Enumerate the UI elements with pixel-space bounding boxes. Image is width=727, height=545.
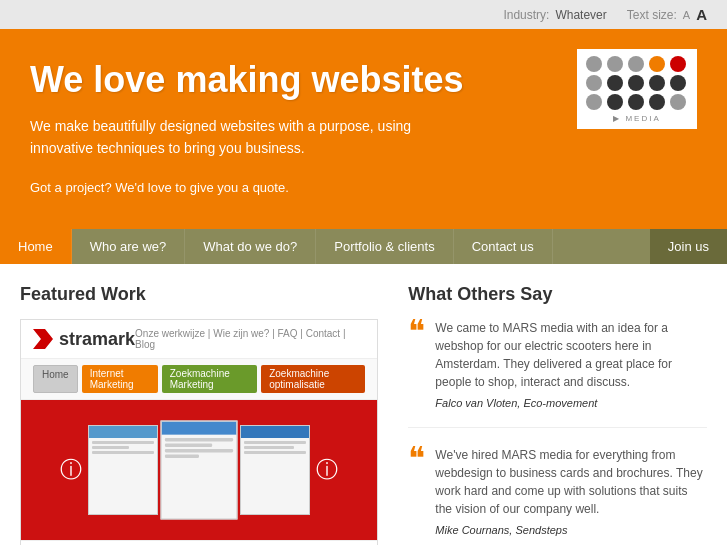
work-card-header: stramark Onze werkwijze | Wie zijn we? |… <box>21 320 377 359</box>
work-image-inner <box>88 425 310 515</box>
screen-line <box>244 451 306 454</box>
mars-media-text: ▶ MEDIA <box>613 114 661 123</box>
work-nav-zoekmachine[interactable]: Zoekmachine Marketing <box>162 365 257 393</box>
textsize-small-button[interactable]: A <box>683 9 690 21</box>
textsize-label: Text size: <box>627 8 677 22</box>
next-arrow[interactable]: ⓘ <box>310 455 344 485</box>
main-nav: Home Who are we? What do we do? Portfoli… <box>0 229 727 264</box>
textsize-group: Text size: A A <box>627 6 707 23</box>
screen-line <box>92 441 154 444</box>
testimonials-section: What Others Say ❝ We came to MARS media … <box>408 284 707 545</box>
mars-logo: ▶ MEDIA <box>577 49 697 129</box>
screen-line <box>165 444 213 447</box>
nav-items: Home Who are we? What do we do? Portfoli… <box>0 229 650 264</box>
dot <box>607 75 623 91</box>
testimonials-title: What Others Say <box>408 284 707 305</box>
work-card-nav: Home Internet Marketing Zoekmachine Mark… <box>21 359 377 400</box>
nav-item-what[interactable]: What do we do? <box>185 229 316 264</box>
screen-bar <box>162 422 237 435</box>
work-nav-internet[interactable]: Internet Marketing <box>82 365 158 393</box>
featured-work-title: Featured Work <box>20 284 378 305</box>
testimonial-2-text: We've hired MARS media for everything fr… <box>435 446 707 518</box>
nav-item-portfolio[interactable]: Portfolio & clients <box>316 229 453 264</box>
dot <box>586 94 602 110</box>
work-card-links: Onze werkwijze | Wie zijn we? | FAQ | Co… <box>135 328 365 350</box>
hero-cta[interactable]: Got a project? We'd love to give you a q… <box>30 180 697 195</box>
mini-screen-1 <box>88 425 158 515</box>
screen-line <box>92 451 154 454</box>
prev-arrow[interactable]: ⓘ <box>54 455 88 485</box>
screen-line <box>244 441 306 444</box>
screen-content <box>162 435 237 519</box>
industry-value[interactable]: Whatever <box>555 8 606 22</box>
dot <box>649 75 665 91</box>
work-card-image: ⓘ <box>21 400 377 540</box>
work-nav-home[interactable]: Home <box>33 365 78 393</box>
dot <box>649 94 665 110</box>
screen-content <box>241 438 309 514</box>
testimonial-1-text: We came to MARS media with an idea for a… <box>435 319 707 391</box>
industry-group: Industry: Whatever <box>503 8 606 22</box>
screen-line <box>244 446 294 449</box>
quote-mark-1: ❝ <box>408 315 425 409</box>
nav-join-button[interactable]: Join us <box>650 229 727 264</box>
dot <box>649 56 665 72</box>
dot <box>628 56 644 72</box>
top-bar: Industry: Whatever Text size: A A <box>0 0 727 29</box>
industry-label: Industry: <box>503 8 549 22</box>
screen-bar <box>89 426 157 438</box>
quote-mark-2: ❝ <box>408 442 425 536</box>
nav-item-contact[interactable]: Contact us <box>454 229 553 264</box>
work-nav-optimalisatie[interactable]: Zoekmachine optimalisatie <box>261 365 365 393</box>
dot <box>607 56 623 72</box>
dot <box>670 94 686 110</box>
work-card-caption: Google contact interface Design with int… <box>21 540 377 545</box>
mini-screen-3 <box>240 425 310 515</box>
testimonial-1-author: Falco van Vloten, Eco-movement <box>435 397 707 409</box>
dot <box>628 75 644 91</box>
testimonial-1: ❝ We came to MARS media with an idea for… <box>408 319 707 428</box>
screen-line <box>165 438 233 441</box>
hero-subtitle: We make beautifully designed websites wi… <box>30 115 450 160</box>
stramark-name: stramark <box>59 329 135 350</box>
mars-dots <box>586 56 688 110</box>
dot <box>586 56 602 72</box>
testimonial-2-author: Mike Cournans, Sendsteps <box>435 524 707 536</box>
screen-line <box>165 455 199 458</box>
screen-line <box>165 449 233 452</box>
work-card: stramark Onze werkwijze | Wie zijn we? |… <box>20 319 378 545</box>
main-content: Featured Work stramark Onze werkwijze | … <box>0 264 727 545</box>
screen-bar <box>241 426 309 438</box>
testimonial-2-body: We've hired MARS media for everything fr… <box>435 446 707 536</box>
stramark-icon <box>33 329 53 349</box>
mini-screen-2 <box>161 421 238 520</box>
textsize-large-button[interactable]: A <box>696 6 707 23</box>
screen-line <box>92 446 129 449</box>
stramark-logo: stramark <box>33 329 135 350</box>
nav-item-home[interactable]: Home <box>0 229 72 264</box>
hero-section: We love making websites We make beautifu… <box>0 29 727 229</box>
testimonial-2: ❝ We've hired MARS media for everything … <box>408 446 707 545</box>
dot <box>628 94 644 110</box>
featured-work-section: Featured Work stramark Onze werkwijze | … <box>20 284 378 545</box>
dot <box>670 75 686 91</box>
nav-item-who[interactable]: Who are we? <box>72 229 186 264</box>
testimonial-1-body: We came to MARS media with an idea for a… <box>435 319 707 409</box>
dot <box>586 75 602 91</box>
screen-content <box>89 438 157 514</box>
dot <box>607 94 623 110</box>
dot <box>670 56 686 72</box>
